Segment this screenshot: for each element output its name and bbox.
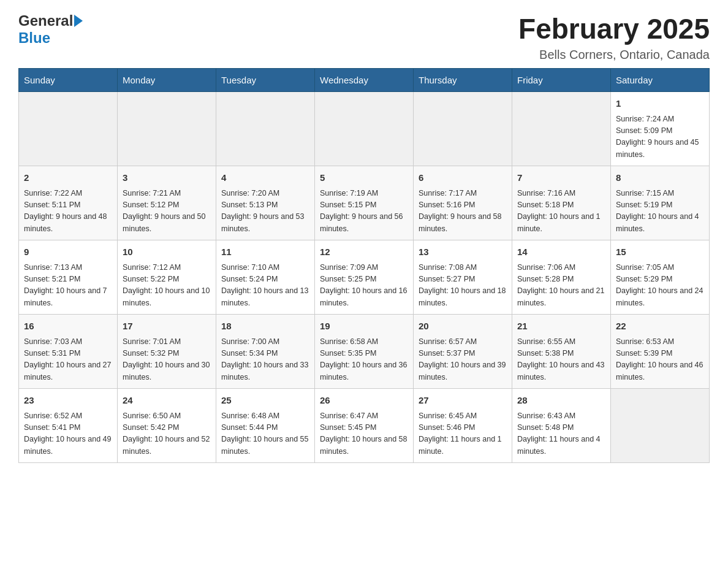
calendar-cell: 14Sunrise: 7:06 AM Sunset: 5:28 PM Dayli… (512, 240, 611, 315)
day-number: 12 (320, 245, 408, 259)
day-number: 22 (616, 320, 704, 334)
day-info: Sunrise: 7:13 AM Sunset: 5:21 PM Dayligh… (24, 262, 112, 310)
day-number: 24 (123, 394, 211, 408)
day-number: 4 (221, 171, 309, 185)
day-number: 15 (616, 245, 704, 259)
calendar-cell: 24Sunrise: 6:50 AM Sunset: 5:42 PM Dayli… (118, 389, 216, 463)
calendar-cell: 19Sunrise: 6:58 AM Sunset: 5:35 PM Dayli… (315, 315, 414, 389)
day-info: Sunrise: 7:21 AM Sunset: 5:12 PM Dayligh… (123, 188, 211, 236)
calendar-cell: 7Sunrise: 7:16 AM Sunset: 5:18 PM Daylig… (512, 166, 611, 240)
calendar-cell: 22Sunrise: 6:53 AM Sunset: 5:39 PM Dayli… (611, 315, 710, 389)
calendar-cell: 8Sunrise: 7:15 AM Sunset: 5:19 PM Daylig… (611, 166, 710, 240)
day-info: Sunrise: 7:09 AM Sunset: 5:25 PM Dayligh… (320, 262, 408, 310)
logo-general: General (18, 12, 73, 29)
col-wednesday: Wednesday (315, 69, 414, 92)
calendar-cell: 23Sunrise: 6:52 AM Sunset: 5:41 PM Dayli… (19, 389, 118, 463)
day-number: 23 (24, 394, 112, 408)
day-info: Sunrise: 7:22 AM Sunset: 5:11 PM Dayligh… (24, 188, 112, 236)
day-info: Sunrise: 6:47 AM Sunset: 5:45 PM Dayligh… (320, 410, 408, 458)
day-number: 2 (24, 171, 112, 185)
day-number: 3 (123, 171, 211, 185)
calendar-cell (216, 92, 315, 166)
day-number: 1 (616, 97, 704, 111)
day-number: 28 (517, 394, 605, 408)
calendar-cell: 11Sunrise: 7:10 AM Sunset: 5:24 PM Dayli… (216, 240, 315, 315)
day-number: 18 (221, 320, 309, 334)
col-thursday: Thursday (414, 69, 512, 92)
day-info: Sunrise: 7:24 AM Sunset: 5:09 PM Dayligh… (616, 113, 704, 161)
day-number: 19 (320, 320, 408, 334)
calendar-cell: 4Sunrise: 7:20 AM Sunset: 5:13 PM Daylig… (216, 166, 315, 240)
day-info: Sunrise: 7:17 AM Sunset: 5:16 PM Dayligh… (419, 188, 507, 236)
calendar-cell: 28Sunrise: 6:43 AM Sunset: 5:48 PM Dayli… (512, 389, 611, 463)
day-info: Sunrise: 7:16 AM Sunset: 5:18 PM Dayligh… (517, 188, 605, 236)
calendar-cell (19, 92, 118, 166)
day-number: 5 (320, 171, 408, 185)
col-friday: Friday (512, 69, 611, 92)
day-number: 20 (419, 320, 507, 334)
calendar-cell: 1Sunrise: 7:24 AM Sunset: 5:09 PM Daylig… (611, 92, 710, 166)
day-info: Sunrise: 7:08 AM Sunset: 5:27 PM Dayligh… (419, 262, 507, 310)
title-section: February 2025 Bells Corners, Ontario, Ca… (518, 12, 710, 62)
location: Bells Corners, Ontario, Canada (518, 48, 710, 62)
day-number: 17 (123, 320, 211, 334)
calendar-cell: 15Sunrise: 7:05 AM Sunset: 5:29 PM Dayli… (611, 240, 710, 315)
calendar-cell (414, 92, 512, 166)
day-info: Sunrise: 7:01 AM Sunset: 5:32 PM Dayligh… (123, 336, 211, 384)
day-info: Sunrise: 7:06 AM Sunset: 5:28 PM Dayligh… (517, 262, 605, 310)
calendar-header-row: Sunday Monday Tuesday Wednesday Thursday… (19, 69, 710, 92)
calendar-cell: 2Sunrise: 7:22 AM Sunset: 5:11 PM Daylig… (19, 166, 118, 240)
calendar-cell: 21Sunrise: 6:55 AM Sunset: 5:38 PM Dayli… (512, 315, 611, 389)
day-info: Sunrise: 7:10 AM Sunset: 5:24 PM Dayligh… (221, 262, 309, 310)
day-number: 8 (616, 171, 704, 185)
calendar-cell: 18Sunrise: 7:00 AM Sunset: 5:34 PM Dayli… (216, 315, 315, 389)
day-number: 7 (517, 171, 605, 185)
day-info: Sunrise: 6:52 AM Sunset: 5:41 PM Dayligh… (24, 410, 112, 458)
calendar-cell: 5Sunrise: 7:19 AM Sunset: 5:15 PM Daylig… (315, 166, 414, 240)
page-header: General Blue February 2025 Bells Corners… (18, 12, 710, 62)
calendar-cell: 25Sunrise: 6:48 AM Sunset: 5:44 PM Dayli… (216, 389, 315, 463)
day-info: Sunrise: 6:43 AM Sunset: 5:48 PM Dayligh… (517, 410, 605, 458)
calendar-cell: 17Sunrise: 7:01 AM Sunset: 5:32 PM Dayli… (118, 315, 216, 389)
col-tuesday: Tuesday (216, 69, 315, 92)
day-info: Sunrise: 6:53 AM Sunset: 5:39 PM Dayligh… (616, 336, 704, 384)
calendar-table: Sunday Monday Tuesday Wednesday Thursday… (18, 68, 710, 463)
day-info: Sunrise: 7:12 AM Sunset: 5:22 PM Dayligh… (123, 262, 211, 310)
calendar-cell: 6Sunrise: 7:17 AM Sunset: 5:16 PM Daylig… (414, 166, 512, 240)
day-info: Sunrise: 7:19 AM Sunset: 5:15 PM Dayligh… (320, 188, 408, 236)
calendar-cell (118, 92, 216, 166)
day-number: 9 (24, 245, 112, 259)
calendar-cell: 13Sunrise: 7:08 AM Sunset: 5:27 PM Dayli… (414, 240, 512, 315)
calendar-week-row: 23Sunrise: 6:52 AM Sunset: 5:41 PM Dayli… (19, 389, 710, 463)
calendar-cell: 12Sunrise: 7:09 AM Sunset: 5:25 PM Dayli… (315, 240, 414, 315)
calendar-cell: 3Sunrise: 7:21 AM Sunset: 5:12 PM Daylig… (118, 166, 216, 240)
day-info: Sunrise: 7:00 AM Sunset: 5:34 PM Dayligh… (221, 336, 309, 384)
calendar-week-row: 1Sunrise: 7:24 AM Sunset: 5:09 PM Daylig… (19, 92, 710, 166)
logo-blue: Blue (18, 29, 50, 46)
calendar-week-row: 2Sunrise: 7:22 AM Sunset: 5:11 PM Daylig… (19, 166, 710, 240)
calendar-cell (512, 92, 611, 166)
day-number: 21 (517, 320, 605, 334)
day-info: Sunrise: 7:15 AM Sunset: 5:19 PM Dayligh… (616, 188, 704, 236)
day-number: 25 (221, 394, 309, 408)
day-info: Sunrise: 6:55 AM Sunset: 5:38 PM Dayligh… (517, 336, 605, 384)
calendar-week-row: 16Sunrise: 7:03 AM Sunset: 5:31 PM Dayli… (19, 315, 710, 389)
month-title: February 2025 (518, 12, 710, 45)
calendar-cell: 16Sunrise: 7:03 AM Sunset: 5:31 PM Dayli… (19, 315, 118, 389)
day-info: Sunrise: 6:57 AM Sunset: 5:37 PM Dayligh… (419, 336, 507, 384)
calendar-cell: 10Sunrise: 7:12 AM Sunset: 5:22 PM Dayli… (118, 240, 216, 315)
calendar-cell (315, 92, 414, 166)
day-number: 11 (221, 245, 309, 259)
day-info: Sunrise: 7:05 AM Sunset: 5:29 PM Dayligh… (616, 262, 704, 310)
calendar-week-row: 9Sunrise: 7:13 AM Sunset: 5:21 PM Daylig… (19, 240, 710, 315)
col-monday: Monday (118, 69, 216, 92)
day-info: Sunrise: 6:58 AM Sunset: 5:35 PM Dayligh… (320, 336, 408, 384)
calendar-cell: 27Sunrise: 6:45 AM Sunset: 5:46 PM Dayli… (414, 389, 512, 463)
day-info: Sunrise: 7:20 AM Sunset: 5:13 PM Dayligh… (221, 188, 309, 236)
logo: General Blue (18, 12, 84, 47)
day-number: 26 (320, 394, 408, 408)
day-number: 27 (419, 394, 507, 408)
day-number: 10 (123, 245, 211, 259)
day-info: Sunrise: 6:45 AM Sunset: 5:46 PM Dayligh… (419, 410, 507, 458)
day-number: 13 (419, 245, 507, 259)
